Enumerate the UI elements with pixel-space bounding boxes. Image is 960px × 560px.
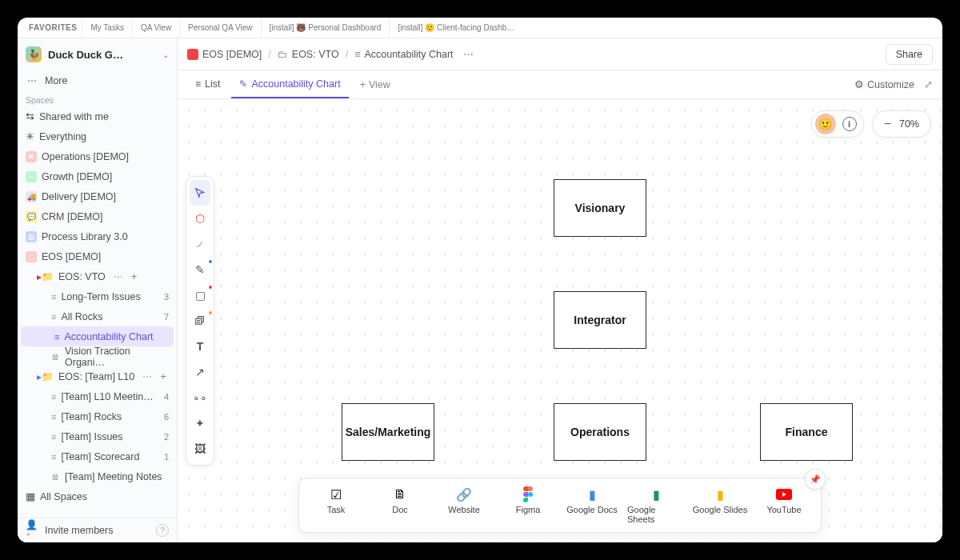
list-team-l10-meetings[interactable]: ≡[Team] L10 Meetin…4 — [18, 386, 177, 406]
fav-item[interactable]: [install] 🐻 Personal Dashboard — [261, 18, 390, 38]
org-node-integrator[interactable]: Integrator — [554, 291, 646, 349]
view-tab-accountability-chart[interactable]: ✎Accountability Chart — [231, 70, 348, 98]
insert-google-sheets[interactable]: ▮Google Sheets — [627, 483, 685, 527]
space-operations[interactable]: ✖Operations [DEMO] — [18, 146, 177, 166]
insert-youtube[interactable]: YouTube — [755, 483, 813, 527]
fav-item[interactable]: QA View — [132, 18, 179, 38]
tool-connector[interactable]: ⟋ — [186, 231, 214, 257]
list-icon: ≡ — [51, 312, 56, 322]
space-icon: 🚚 — [26, 191, 37, 202]
list-all-rocks[interactable]: ≡All Rocks7 — [18, 306, 177, 326]
tool-sticky[interactable]: 🗊 — [186, 308, 214, 334]
pin-icon[interactable]: 📌 — [805, 469, 826, 490]
plus-icon[interactable]: + — [160, 370, 166, 382]
more-label: More — [45, 75, 67, 86]
doc-icon: 🗎 — [51, 352, 60, 362]
figma-icon — [522, 486, 534, 502]
workspace-icon: 🦆 — [26, 46, 42, 62]
more-icon[interactable]: ⋯ — [139, 371, 155, 382]
help-icon[interactable]: ? — [156, 524, 169, 537]
list-icon: ≡ — [51, 412, 56, 422]
doc-icon: 🗎 — [394, 486, 406, 502]
zoom-control[interactable]: − 70% — [872, 110, 931, 138]
list-team-issues[interactable]: ≡[Team] Issues2 — [18, 426, 177, 446]
list-team-scorecard[interactable]: ≡[Team] Scorecard1 — [18, 446, 177, 466]
more-icon: ⋯ — [26, 75, 38, 86]
tool-shapes[interactable]: ⬡ — [186, 206, 214, 231]
space-icon: ✖ — [26, 151, 37, 162]
zoom-value: 70% — [899, 118, 919, 130]
breadcrumb-more[interactable]: ⋯ — [460, 48, 477, 60]
sidebar-more[interactable]: ⋯ More — [18, 70, 177, 90]
more-icon[interactable]: ⋯ — [110, 271, 126, 282]
list-icon: ≡ — [54, 332, 59, 342]
space-icon: ▥ — [26, 231, 37, 242]
org-node-operations[interactable]: Operations — [554, 403, 646, 461]
fav-item[interactable]: [install] 🙂 Client-facing Dashb… — [389, 18, 522, 38]
workspace-switcher[interactable]: 🦆 Duck Duck G… ⌄ — [18, 38, 177, 70]
space-eos[interactable]: ▢EOS [DEMO] — [18, 246, 177, 266]
space-delivery[interactable]: 🚚Delivery [DEMO] — [18, 186, 177, 206]
sidebar-all-spaces[interactable]: ▦ All Spaces — [18, 486, 177, 506]
tool-select[interactable] — [190, 180, 210, 206]
insert-task[interactable]: ☑Task — [307, 483, 365, 527]
sidebar-tree: ⇆ Shared with me ✳ Everything ✖Operation… — [18, 106, 177, 518]
gdocs-icon: ▮ — [589, 486, 596, 502]
tool-rectangle[interactable]: ▢ — [186, 282, 214, 308]
tool-line[interactable]: ↗ — [186, 359, 214, 385]
crumb-list[interactable]: ≡Accountability Chart — [354, 49, 453, 60]
view-tab-list[interactable]: ≡List — [187, 70, 228, 98]
insert-google-docs[interactable]: ▮Google Docs — [563, 483, 621, 527]
org-node-sales-marketing[interactable]: Sales/Marketing — [342, 403, 434, 461]
task-icon: ☑ — [330, 486, 342, 502]
plus-icon[interactable]: + — [131, 270, 138, 282]
expand-icon[interactable]: ⤢ — [924, 78, 933, 90]
tool-pen[interactable]: ✎ — [186, 257, 214, 282]
sidebar-everything[interactable]: ✳ Everything — [18, 126, 177, 146]
space-process-library[interactable]: ▥Process Library 3.0 — [18, 226, 177, 246]
grid-icon: ▦ — [26, 490, 35, 502]
presence-pill[interactable]: 🙂 i — [811, 110, 864, 138]
list-long-term-issues[interactable]: ≡Long-Term Issues3 — [18, 286, 177, 306]
org-node-finance[interactable]: Finance — [760, 403, 853, 461]
space-icon: 💬 — [26, 211, 37, 222]
tool-image[interactable]: 🖼 — [186, 436, 214, 462]
insert-bar: 📌 ☑Task 🗎Doc 🔗Website Figma ▮Google Docs… — [298, 478, 822, 533]
whiteboard-canvas-wrap: ⬡ ⟋ ✎ ▢ 🗊 T ↗ ∘∘ ✦ 🖼 🙂 — [178, 99, 942, 542]
zoom-out-icon[interactable]: − — [884, 117, 891, 131]
invite-members[interactable]: 👤⁺ Invite members ? — [18, 518, 177, 542]
list-team-rocks[interactable]: ≡[Team] Rocks6 — [18, 406, 177, 426]
fav-item[interactable]: Personal QA View — [179, 18, 260, 38]
list-icon: ≡ — [51, 392, 56, 402]
insert-website[interactable]: 🔗Website — [435, 483, 493, 527]
tool-text[interactable]: T — [186, 334, 214, 359]
plus-icon: + — [360, 79, 366, 90]
insert-google-slides[interactable]: ▮Google Slides — [691, 483, 749, 527]
tool-ai[interactable]: ✦ — [186, 410, 214, 436]
doc-team-meeting-notes[interactable]: 🗎[Team] Meeting Notes — [18, 466, 177, 486]
share-button[interactable]: Share — [886, 44, 933, 65]
whiteboard-toolbar: ⬡ ⟋ ✎ ▢ 🗊 T ↗ ∘∘ ✦ 🖼 — [186, 176, 214, 466]
doc-vision-traction[interactable]: 🗎Vision Traction Organi… — [18, 346, 177, 366]
favorites-label: FAVORITES — [24, 23, 82, 32]
add-view[interactable]: +View — [352, 79, 398, 90]
crumb-folder[interactable]: 🗀EOS: VTO — [278, 49, 339, 60]
crumb-space[interactable]: EOS [DEMO] — [187, 49, 262, 60]
org-node-visionary[interactable]: Visionary — [554, 179, 646, 237]
insert-figma[interactable]: Figma — [499, 483, 557, 527]
space-growth[interactable]: ~Growth [DEMO] — [18, 166, 177, 186]
sidebar-shared[interactable]: ⇆ Shared with me — [18, 106, 177, 126]
chevron-down-icon: ⌄ — [162, 50, 169, 59]
whiteboard-canvas[interactable]: ⬡ ⟋ ✎ ▢ 🗊 T ↗ ∘∘ ✦ 🖼 🙂 — [178, 99, 942, 542]
insert-doc[interactable]: 🗎Doc — [371, 483, 429, 527]
customize-button[interactable]: ⚙Customize — [854, 78, 914, 90]
space-crm[interactable]: 💬CRM [DEMO] — [18, 206, 177, 226]
info-icon[interactable]: i — [842, 117, 857, 131]
link-icon: 🔗 — [456, 486, 472, 502]
list-accountability-chart[interactable]: ≡Accountability Chart — [21, 326, 174, 346]
folder-eos-vto[interactable]: ▸📁 EOS: VTO ⋯ + — [18, 266, 177, 286]
folder-eos-team-l10[interactable]: ▸📁 EOS: [Team] L10 ⋯ + — [18, 366, 177, 386]
gslides-icon: ▮ — [717, 486, 724, 502]
fav-item[interactable]: My Tasks — [82, 18, 132, 38]
tool-relations[interactable]: ∘∘ — [186, 385, 214, 410]
